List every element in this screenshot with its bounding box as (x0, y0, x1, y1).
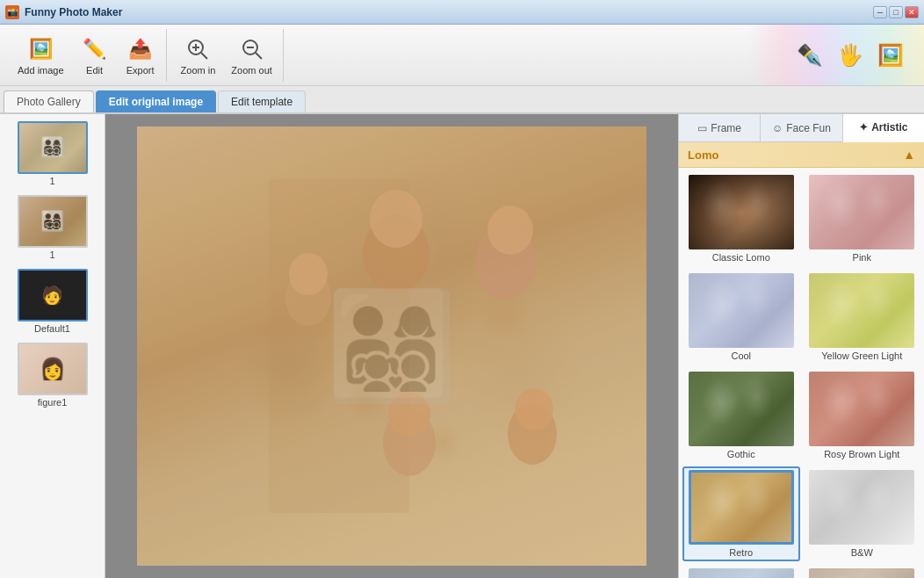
filter-row-5 (682, 565, 920, 578)
title-bar: 📸 Funny Photo Maker ─ □ ✕ (0, 0, 924, 25)
filter-thumb-unknown2 (809, 568, 914, 578)
sidebar-item-3[interactable]: Default1 (5, 267, 99, 336)
filter-cool[interactable]: Cool (682, 270, 800, 365)
brush-icon[interactable]: ✒️ (794, 40, 826, 71)
right-panel-tabs: ▭ Frame ☺ Face Fun ✦ Artistic (679, 114, 924, 142)
tab-photo-gallery[interactable]: Photo Gallery (4, 90, 94, 112)
right-tab-artistic[interactable]: ✦ Artistic (843, 114, 924, 142)
window-controls: ─ □ ✕ (873, 6, 919, 18)
filter-yellow-green-light[interactable]: Yellow Green Light (804, 270, 921, 365)
edit-label: Edit (86, 65, 103, 76)
filter-label-retro: Retro (729, 547, 753, 558)
tab-bar: Photo Gallery Edit original image Edit t… (0, 86, 924, 114)
filter-classic-lomo[interactable]: Classic Lomo (682, 171, 800, 266)
sidebar-thumb-2 (18, 195, 88, 248)
filter-row-2: Cool Yellow Green Light (682, 270, 920, 365)
filter-label-rosy-brown: Rosy Brown Light (824, 449, 899, 459)
filter-bw[interactable]: B&W (804, 466, 921, 561)
sidebar-label-2: 1 (49, 249, 54, 260)
add-image-button[interactable]: 🖼️ Add image (11, 32, 71, 79)
main-image (137, 126, 646, 566)
lomo-collapse-icon[interactable]: ▲ (903, 148, 915, 162)
filter-row-3: Gothic Rosy Brown Light (682, 368, 920, 463)
thumbnail-dark (19, 271, 86, 320)
zoom-out-label: Zoom out (231, 65, 271, 76)
edit-button[interactable]: ✏️ Edit (73, 32, 117, 79)
tab-edit-template[interactable]: Edit template (218, 90, 306, 112)
sidebar-item-1[interactable]: 1 (5, 119, 99, 188)
filter-grid: Classic Lomo Pink Cool Yellow Green Ligh… (679, 168, 924, 578)
lomo-title: Lomo (688, 148, 718, 162)
filter-label-pink: Pink (853, 252, 871, 263)
tab-edit-original[interactable]: Edit original image (96, 90, 216, 112)
right-panel: ▭ Frame ☺ Face Fun ✦ Artistic Lomo ▲ (678, 114, 924, 578)
sidebar: 1 1 Default1 figure1 (0, 114, 105, 578)
filter-rosy-brown-light[interactable]: Rosy Brown Light (804, 368, 921, 463)
frame-tab-label: Frame (711, 122, 741, 134)
sidebar-thumb-1 (18, 121, 88, 174)
artistic-tab-icon: ✦ (859, 121, 868, 134)
export-label: Export (126, 65, 155, 76)
filter-thumb-cool (689, 273, 794, 348)
zoom-out-icon (238, 35, 266, 63)
face-fun-tab-icon: ☺ (772, 122, 783, 134)
app-icon: 📸 (5, 5, 19, 19)
add-image-icon: 🖼️ (26, 35, 54, 63)
sidebar-thumb-4 (18, 343, 88, 395)
sidebar-item-4[interactable]: figure1 (5, 341, 99, 409)
canvas-area (105, 114, 678, 578)
svg-rect-19 (137, 126, 646, 566)
zoom-in-label: Zoom in (181, 65, 216, 76)
filter-unknown1[interactable] (682, 565, 800, 578)
filter-thumb-rosy-brown (809, 372, 914, 446)
filter-thumb-pink (809, 175, 914, 249)
toolbar-right-icons: ✒️ 🖐️ 🖼️ (794, 40, 906, 71)
filter-row-4: Retro B&W (682, 466, 920, 561)
app-title: Funny Photo Maker (25, 6, 873, 18)
sidebar-label-3: Default1 (34, 323, 70, 334)
filter-label-cool: Cool (731, 350, 751, 361)
filter-thumb-gothic (689, 372, 794, 446)
edit-icon: ✏️ (81, 35, 109, 63)
right-tab-face-fun[interactable]: ☺ Face Fun (761, 114, 842, 141)
toolbar: 🖼️ Add image ✏️ Edit 📤 Export Zoom in (0, 25, 924, 86)
sidebar-label-1: 1 (49, 176, 54, 186)
filter-label-bw: B&W (851, 547, 873, 558)
right-tab-frame[interactable]: ▭ Frame (679, 114, 761, 141)
artistic-tab-label: Artistic (871, 121, 907, 134)
lomo-header[interactable]: Lomo ▲ (679, 142, 924, 168)
filter-label-gothic: Gothic (727, 449, 755, 459)
zoom-in-button[interactable]: Zoom in (174, 32, 223, 79)
sidebar-label-4: figure1 (38, 397, 68, 408)
filter-label-ygl: Yellow Green Light (821, 350, 902, 361)
filter-pink[interactable]: Pink (804, 171, 921, 266)
svg-line-1 (201, 53, 207, 59)
filter-thumb-retro (689, 470, 794, 545)
minimize-button[interactable]: ─ (873, 6, 887, 18)
filter-thumb-unknown1 (689, 568, 794, 578)
toolbar-zoom-group: Zoom in Zoom out (170, 29, 284, 82)
thumbnail-family-2 (19, 197, 86, 246)
hand-icon[interactable]: 🖐️ (834, 40, 866, 71)
thumbnail-family-1 (19, 123, 86, 172)
zoom-out-button[interactable]: Zoom out (224, 32, 278, 79)
restore-button[interactable]: □ (889, 6, 903, 18)
thumbnail-girl (19, 344, 86, 394)
filter-thumb-classic-lomo (689, 175, 794, 249)
export-button[interactable]: 📤 Export (119, 32, 162, 79)
frame-icon[interactable]: 🖼️ (875, 40, 906, 71)
filter-retro[interactable]: Retro (682, 466, 800, 561)
filter-label-classic-lomo: Classic Lomo (712, 252, 770, 263)
face-fun-tab-label: Face Fun (786, 122, 831, 134)
close-button[interactable]: ✕ (905, 6, 919, 18)
sidebar-item-2[interactable]: 1 (5, 193, 99, 262)
filter-gothic[interactable]: Gothic (682, 368, 800, 463)
sidebar-thumb-3 (18, 269, 88, 322)
filter-thumb-ygl (809, 273, 914, 348)
main-content: 1 1 Default1 figure1 (0, 114, 924, 578)
add-image-label: Add image (18, 65, 64, 76)
export-icon: 📤 (126, 35, 155, 63)
filter-unknown2[interactable] (804, 565, 921, 578)
zoom-in-icon (184, 35, 212, 63)
toolbar-file-group: 🖼️ Add image ✏️ Edit 📤 Export (7, 29, 167, 82)
